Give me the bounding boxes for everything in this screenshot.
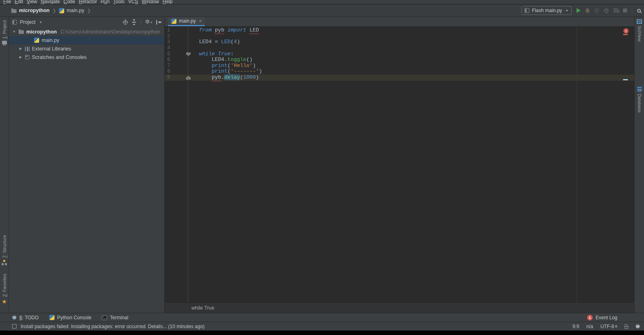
debug-button[interactable] bbox=[585, 8, 589, 13]
code-editor[interactable]: 123456789 from pyb import LEDLED4 = LED(… bbox=[165, 27, 634, 302]
breadcrumb: micropython ❯ main.py ❯ bbox=[11, 8, 91, 13]
profiler-button[interactable] bbox=[604, 8, 608, 13]
sidebar-item-favorites[interactable]: 2: Favorites ★ bbox=[0, 274, 8, 304]
run-button[interactable] bbox=[577, 8, 581, 13]
hide-panel-button[interactable] bbox=[156, 20, 161, 25]
breadcrumb-project[interactable]: micropython bbox=[19, 8, 50, 13]
menu-item-vcs[interactable]: VCS bbox=[128, 0, 142, 4]
sidebar-item-project[interactable]: 1: Project bbox=[0, 20, 8, 44]
code-line-6: LED4.toggle() bbox=[199, 57, 626, 63]
lock-open-icon[interactable] bbox=[625, 326, 628, 329]
menu-item-code[interactable]: Code bbox=[63, 0, 79, 4]
libraries-icon bbox=[25, 47, 29, 51]
project-root-name: micropython bbox=[26, 29, 57, 35]
error-stripe-mark[interactable] bbox=[623, 34, 628, 35]
editor-gutter[interactable]: 123456789 bbox=[165, 27, 188, 302]
menu-item-refactor[interactable]: Refactor bbox=[79, 0, 101, 4]
tree-row-root[interactable]: ▼ micropython C:\Users\Administrator\Des… bbox=[9, 27, 164, 36]
pycharm-window: FileEditViewNavigateCodeRefactorRunTools… bbox=[0, 0, 644, 335]
navigation-bar: micropython ❯ main.py ❯ Flash main.py ▼ bbox=[0, 4, 644, 17]
line-number[interactable]: 4 bbox=[167, 45, 188, 51]
right-margin-guide bbox=[577, 27, 577, 302]
editor-breadcrumbs: while True bbox=[165, 302, 634, 313]
project-panel: Project ▼ ⚙▾ ▼ micropython C:\Users\Admi… bbox=[9, 17, 165, 313]
highlighting-level-icon[interactable] bbox=[636, 324, 640, 329]
caret-position[interactable]: 9:9 bbox=[573, 324, 579, 329]
tree-row-external-libraries[interactable]: ▶ External Libraries bbox=[9, 44, 164, 53]
sidebar-item-sciview[interactable]: SciView bbox=[635, 19, 644, 42]
menu-item-file[interactable]: File bbox=[3, 0, 15, 4]
scratches-icon bbox=[25, 55, 29, 59]
line-number[interactable]: 1 bbox=[167, 27, 188, 34]
line-number[interactable]: 9 bbox=[167, 75, 188, 81]
menu-item-run[interactable]: Run bbox=[101, 0, 113, 4]
line-number[interactable]: 8 bbox=[167, 69, 188, 75]
sidebar-item-database[interactable]: Database bbox=[635, 86, 644, 113]
sciview-icon bbox=[637, 19, 642, 24]
chevron-right-icon: ❯ bbox=[52, 8, 56, 13]
event-log-button[interactable]: 1 Event Log bbox=[587, 315, 617, 320]
code-line-8: print('-------') bbox=[199, 69, 626, 75]
project-root-path: C:\Users\Administrator\Desktop\micropyth… bbox=[61, 29, 160, 35]
run-with-console-button[interactable] bbox=[613, 8, 618, 13]
line-number[interactable]: 2 bbox=[167, 34, 188, 40]
database-icon bbox=[637, 86, 642, 92]
close-icon[interactable]: × bbox=[199, 19, 201, 23]
error-indicator-icon[interactable]: ! bbox=[623, 28, 629, 34]
tree-row-mainpy[interactable]: main.py bbox=[9, 36, 164, 44]
line-number[interactable]: 5 bbox=[167, 51, 188, 57]
chevron-right-icon[interactable]: ▶ bbox=[19, 47, 23, 50]
line-number[interactable]: 3 bbox=[167, 39, 188, 45]
menu-item-edit[interactable]: Edit bbox=[15, 0, 27, 4]
todo-button[interactable]: 6: TODO bbox=[12, 315, 39, 320]
structure-icon bbox=[2, 260, 7, 265]
code-line-2 bbox=[199, 34, 626, 40]
python-file-icon bbox=[34, 38, 39, 43]
project-toolwindow-icon bbox=[2, 41, 7, 44]
info-stripe-mark[interactable] bbox=[623, 79, 628, 80]
search-everywhere-icon[interactable] bbox=[637, 9, 641, 13]
project-panel-header: Project ▼ ⚙▾ bbox=[9, 17, 164, 27]
project-view-icon bbox=[12, 20, 17, 25]
line-separator[interactable]: n/a bbox=[586, 324, 593, 329]
python-file-icon bbox=[171, 19, 176, 24]
breadcrumb-file[interactable]: main.py bbox=[67, 8, 84, 13]
run-configuration-select[interactable]: Flash main.py ▼ bbox=[521, 6, 572, 15]
chevron-right-icon[interactable]: ▶ bbox=[19, 55, 23, 59]
tab-mainpy[interactable]: main.py × bbox=[168, 17, 205, 26]
gear-icon[interactable]: ⚙▾ bbox=[145, 19, 152, 25]
menu-bar: FileEditViewNavigateCodeRefactorRunTools… bbox=[0, 0, 644, 4]
chevron-down-icon[interactable]: ▼ bbox=[12, 30, 16, 34]
chevron-down-icon[interactable]: ▼ bbox=[39, 21, 42, 24]
chevron-down-icon: ▼ bbox=[565, 9, 568, 13]
menu-item-tools[interactable]: Tools bbox=[113, 0, 128, 4]
terminal-button[interactable]: Terminal bbox=[102, 315, 128, 320]
status-message[interactable]: Install packages failed: Installing pack… bbox=[21, 324, 205, 329]
locate-file-button[interactable] bbox=[123, 20, 128, 25]
run-config-icon bbox=[524, 8, 529, 13]
breadcrumb-while-true[interactable]: while True bbox=[191, 305, 214, 311]
tree-file-name: main.py bbox=[42, 38, 59, 43]
tree-row-scratches[interactable]: ▶ Scratches and Consoles bbox=[9, 53, 164, 61]
event-log-badge: 1 bbox=[587, 315, 593, 320]
updown-arrows-icon bbox=[615, 325, 617, 328]
menu-item-window[interactable]: Window bbox=[142, 0, 163, 4]
sciview-stripe-label: SciView bbox=[637, 26, 642, 42]
python-console-button[interactable]: Python Console bbox=[49, 315, 92, 320]
line-number[interactable]: 7 bbox=[167, 63, 188, 69]
toolwindow-toggle-icon[interactable] bbox=[12, 324, 17, 329]
editor-column: main.py × 123456789 from pyb import LEDL… bbox=[165, 17, 634, 313]
menu-item-view[interactable]: View bbox=[27, 0, 41, 4]
collapse-all-button[interactable] bbox=[132, 22, 136, 23]
favorites-stripe-label: 2: Favorites bbox=[2, 274, 7, 297]
structure-stripe-label: 7: Structure bbox=[2, 235, 7, 258]
code-area[interactable]: from pyb import LEDLED4 = LED(4)while Tr… bbox=[199, 27, 626, 81]
menu-item-navigate[interactable]: Navigate bbox=[41, 0, 63, 4]
file-encoding[interactable]: UTF-8 bbox=[600, 324, 617, 329]
menu-item-help[interactable]: Help bbox=[163, 0, 176, 4]
coverage-button[interactable] bbox=[594, 8, 599, 13]
sidebar-item-structure[interactable]: 7: Structure bbox=[0, 235, 8, 265]
line-number[interactable]: 6 bbox=[167, 57, 188, 63]
stop-button[interactable] bbox=[623, 8, 627, 13]
project-panel-title[interactable]: Project bbox=[20, 19, 36, 25]
